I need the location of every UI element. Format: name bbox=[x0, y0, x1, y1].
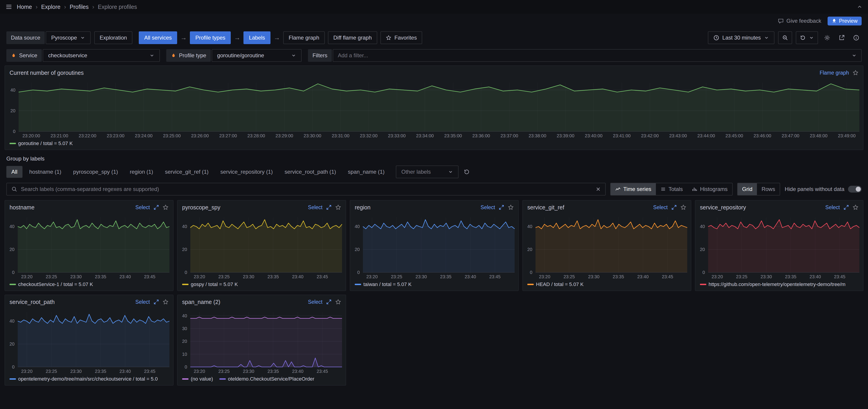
clear-search-icon[interactable] bbox=[596, 187, 601, 192]
breadcrumb-item-profiles[interactable]: Profiles bbox=[70, 4, 89, 10]
star-icon[interactable] bbox=[852, 204, 859, 210]
groupby-tab-all[interactable]: All bbox=[6, 166, 23, 178]
star-icon bbox=[386, 35, 391, 40]
refresh-button[interactable] bbox=[796, 31, 818, 44]
info-icon[interactable] bbox=[851, 34, 862, 41]
label-chart[interactable]: 0204023:2023:2523:3023:3523:4023:45 bbox=[523, 214, 691, 281]
step-diff-flame-graph[interactable]: Diff flame graph bbox=[328, 31, 377, 44]
star-icon[interactable] bbox=[852, 70, 859, 76]
label-chart[interactable]: 0204023:2023:2523:3023:3523:4023:45 bbox=[350, 214, 518, 281]
svg-text:23:30:00: 23:30:00 bbox=[304, 133, 321, 138]
select-button[interactable]: Select bbox=[480, 204, 495, 210]
zoom-out-icon bbox=[782, 35, 788, 41]
expand-icon[interactable] bbox=[154, 299, 159, 305]
svg-text:0: 0 bbox=[185, 270, 187, 275]
share-icon[interactable] bbox=[836, 34, 847, 41]
settings-gear-icon[interactable] bbox=[822, 34, 833, 41]
step-favorites[interactable]: Favorites bbox=[380, 31, 423, 44]
profile-type-select[interactable]: goroutine/goroutine bbox=[212, 49, 302, 62]
layout-grid[interactable]: Grid bbox=[738, 183, 757, 195]
legend-item[interactable]: opentelemetry-demo/tree/main/src/checkou… bbox=[9, 376, 158, 382]
layout-rows[interactable]: Rows bbox=[757, 183, 780, 195]
groupby-tab-service-repository-1[interactable]: service_repository (1) bbox=[215, 166, 278, 178]
legend-item[interactable]: gospy / total = 5.07 K bbox=[182, 282, 238, 287]
sync-icon[interactable] bbox=[461, 169, 472, 175]
star-icon[interactable] bbox=[335, 299, 341, 305]
star-icon[interactable] bbox=[163, 204, 168, 210]
star-icon[interactable] bbox=[508, 204, 514, 210]
legend-item[interactable]: oteldemo.CheckoutService/PlaceOrder bbox=[219, 376, 314, 382]
select-button[interactable]: Select bbox=[653, 204, 668, 210]
select-button[interactable]: Select bbox=[135, 204, 150, 210]
search-labels-input[interactable] bbox=[6, 183, 606, 196]
groupby-tab-span-name-1[interactable]: span_name (1) bbox=[343, 166, 390, 178]
breadcrumb-item-explore-profiles: Explore profiles bbox=[98, 4, 137, 10]
give-feedback-link[interactable]: Give feedback bbox=[778, 18, 821, 24]
other-labels-select[interactable]: Other labels bbox=[396, 166, 459, 178]
legend-item[interactable]: taiwan / total = 5.07 K bbox=[355, 282, 411, 287]
label-chart[interactable]: 0204023:2023:2523:3023:3523:4023:45 bbox=[5, 309, 173, 375]
expand-icon[interactable] bbox=[326, 205, 332, 210]
label-chart[interactable]: 0204023:2023:2523:3023:3523:4023:45 bbox=[695, 214, 863, 281]
step-profile-types[interactable]: Profile types bbox=[190, 31, 231, 44]
legend-item[interactable]: (no value) bbox=[182, 376, 213, 382]
label-chart[interactable]: 0204023:2023:2523:3023:3523:4023:45 bbox=[5, 214, 173, 281]
chevron-up-icon[interactable] bbox=[857, 4, 863, 10]
panel-legend: taiwan / total = 5.07 K bbox=[350, 281, 518, 291]
svg-text:23:30: 23:30 bbox=[243, 369, 254, 374]
select-button[interactable]: Select bbox=[308, 299, 322, 305]
select-button[interactable]: Select bbox=[135, 299, 150, 305]
legend-swatch bbox=[182, 378, 188, 380]
star-icon[interactable] bbox=[163, 299, 168, 305]
svg-text:23:25: 23:25 bbox=[736, 274, 747, 279]
datasource-value: Pyroscope bbox=[51, 34, 77, 41]
step-flame-graph[interactable]: Flame graph bbox=[283, 31, 325, 44]
exploration-button[interactable]: Exploration bbox=[94, 31, 132, 44]
svg-text:23:20: 23:20 bbox=[194, 369, 205, 374]
search-labels-field[interactable] bbox=[21, 186, 592, 192]
label-chart[interactable]: 01020304023:2023:2523:3023:3523:4023:45 bbox=[178, 309, 346, 375]
expand-icon[interactable] bbox=[843, 205, 849, 210]
legend-item[interactable]: https://github.com/open-telemetry/opente… bbox=[700, 282, 845, 287]
step-labels[interactable]: Labels bbox=[244, 31, 271, 44]
groupby-tab-hostname-1[interactable]: hostname (1) bbox=[24, 166, 66, 178]
goroutines-chart[interactable]: 0204023:20:0023:21:0023:22:0023:23:0023:… bbox=[5, 80, 863, 140]
step-all-services[interactable]: All services bbox=[139, 31, 177, 44]
svg-text:23:31:00: 23:31:00 bbox=[332, 133, 349, 138]
datasource-select[interactable]: Pyroscope bbox=[45, 31, 90, 44]
legend-item[interactable]: checkoutService-1 / total = 5.07 K bbox=[9, 282, 93, 287]
select-button[interactable]: Select bbox=[308, 204, 322, 210]
select-button[interactable]: Select bbox=[825, 204, 840, 210]
clock-icon bbox=[713, 35, 719, 41]
expand-icon[interactable] bbox=[499, 205, 504, 210]
legend-item[interactable]: goroutine / total = 5.07 K bbox=[9, 141, 73, 146]
groupby-tab-service-root-path-1[interactable]: service_root_path (1) bbox=[280, 166, 341, 178]
star-icon[interactable] bbox=[335, 204, 341, 210]
label-panel-span-name-2: span_name (2) Select 01020304023:2023:25… bbox=[177, 295, 346, 386]
mode-time-series[interactable]: Time series bbox=[611, 183, 656, 195]
star-icon[interactable] bbox=[680, 204, 686, 210]
flame-graph-link[interactable]: Flame graph bbox=[819, 70, 849, 76]
groupby-tab-pyroscope-spy-1[interactable]: pyroscope_spy (1) bbox=[68, 166, 123, 178]
zoom-out-button[interactable] bbox=[778, 31, 792, 44]
groupby-tab-region-1[interactable]: region (1) bbox=[125, 166, 158, 178]
expand-icon[interactable] bbox=[326, 299, 332, 305]
menu-icon[interactable] bbox=[5, 3, 12, 10]
breadcrumb-item-home[interactable]: Home bbox=[17, 4, 32, 10]
expand-icon[interactable] bbox=[671, 205, 677, 210]
profile-type-label: Profile type bbox=[166, 49, 211, 62]
svg-text:23:20: 23:20 bbox=[712, 274, 723, 279]
hide-panels-toggle[interactable] bbox=[848, 186, 862, 193]
label-chart[interactable]: 0204023:2023:2523:3023:3523:4023:45 bbox=[178, 214, 346, 281]
add-filter-input[interactable]: Add a filter... bbox=[333, 49, 862, 62]
groupby-tab-service-git-ref-1[interactable]: service_git_ref (1) bbox=[160, 166, 214, 178]
expand-icon[interactable] bbox=[154, 205, 159, 210]
legend-item[interactable]: HEAD / total = 5.07 K bbox=[527, 282, 584, 287]
mode-totals[interactable]: Totals bbox=[656, 183, 687, 195]
time-range-picker[interactable]: Last 30 minutes bbox=[708, 31, 774, 44]
service-select[interactable]: checkoutservice bbox=[43, 49, 160, 62]
svg-text:23:40:00: 23:40:00 bbox=[585, 133, 602, 138]
legend-swatch bbox=[9, 284, 16, 285]
mode-histograms[interactable]: Histograms bbox=[687, 183, 732, 195]
breadcrumb-item-explore[interactable]: Explore bbox=[41, 4, 60, 10]
